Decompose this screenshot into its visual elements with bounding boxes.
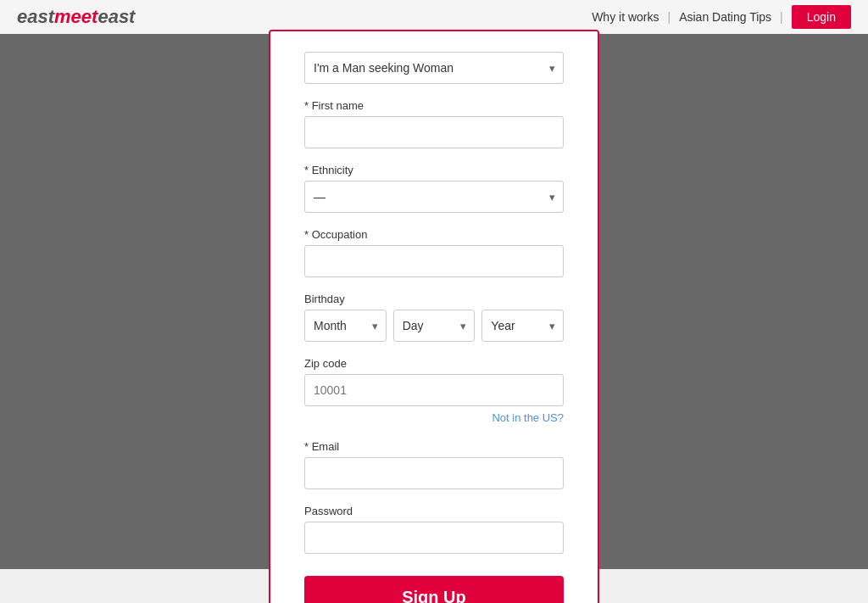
zip-label: Zip code (304, 357, 564, 370)
not-in-us-link[interactable]: Not in the US? (492, 411, 564, 424)
login-button[interactable]: Login (792, 5, 851, 29)
zip-group: Zip code Not in the US? (304, 357, 564, 425)
month-select[interactable]: Month January February March April May J… (304, 310, 387, 342)
year-select-wrapper[interactable]: Year for(let y=2005;y>=1930;y--) documen… (481, 310, 564, 342)
month-select-wrapper[interactable]: Month January February March April May J… (304, 310, 387, 342)
seeking-group: I'm a Man seeking Woman I'm a Woman seek… (304, 52, 564, 84)
header: east meet east Why it works | Asian Dati… (0, 0, 868, 34)
logo: east meet east (17, 6, 135, 28)
birthday-group: Birthday Month January February March Ap… (304, 293, 564, 342)
ethnicity-select[interactable]: — Asian Other (304, 181, 564, 213)
birthday-label: Birthday (304, 293, 564, 305)
logo-east1: east (17, 6, 54, 28)
seeking-select-wrapper[interactable]: I'm a Man seeking Woman I'm a Woman seek… (304, 52, 564, 84)
signup-modal: I'm a Man seeking Woman I'm a Woman seek… (269, 30, 599, 603)
password-input[interactable] (304, 522, 564, 554)
zip-hint: Not in the US? (304, 410, 564, 425)
day-select[interactable]: Day for(let i=1;i<=31;i++) document.writ… (393, 310, 476, 342)
birthday-row: Month January February March April May J… (304, 310, 564, 342)
day-select-wrapper[interactable]: Day for(let i=1;i<=31;i++) document.writ… (393, 310, 476, 342)
nav-sep1: | (668, 10, 671, 24)
ethnicity-label: * Ethnicity (304, 164, 564, 176)
occupation-input[interactable] (304, 245, 564, 277)
seeking-select[interactable]: I'm a Man seeking Woman I'm a Woman seek… (304, 52, 564, 84)
nav-sep2: | (780, 10, 783, 24)
ethnicity-group: * Ethnicity — Asian Other (304, 164, 564, 213)
header-nav: Why it works | Asian Dating Tips | Login (592, 5, 851, 29)
email-label: * Email (304, 440, 564, 453)
first-name-input[interactable] (304, 116, 564, 148)
logo-meet: meet (54, 6, 97, 28)
ethnicity-select-wrapper[interactable]: — Asian Other (304, 181, 564, 213)
asian-dating-tips-link[interactable]: Asian Dating Tips (679, 10, 771, 24)
logo-east2: east (97, 6, 135, 28)
first-name-label: * First name (304, 99, 564, 112)
email-group: * Email (304, 440, 564, 489)
year-select[interactable]: Year for(let y=2005;y>=1930;y--) documen… (481, 310, 564, 342)
why-it-works-link[interactable]: Why it works (592, 10, 659, 24)
first-name-group: * First name (304, 99, 564, 148)
signup-button[interactable]: Sign Up (304, 576, 564, 603)
email-input[interactable] (304, 457, 564, 489)
zip-input[interactable] (304, 374, 564, 406)
password-group: Password (304, 505, 564, 554)
password-label: Password (304, 505, 564, 517)
occupation-label: * Occupation (304, 228, 564, 241)
occupation-group: * Occupation (304, 228, 564, 277)
